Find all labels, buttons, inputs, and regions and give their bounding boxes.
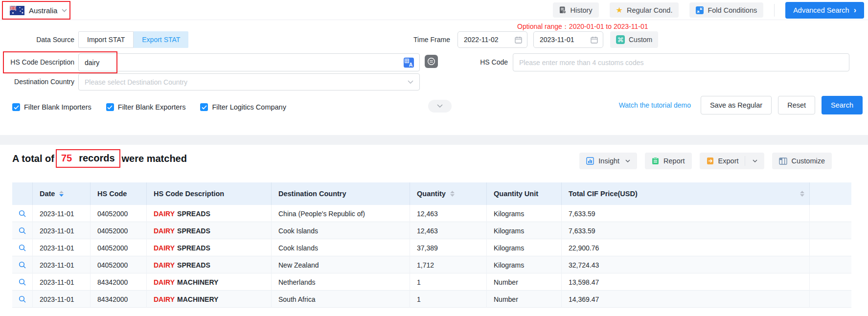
chevron-down-icon	[62, 9, 67, 12]
hs-code-description-input[interactable]	[79, 54, 419, 71]
cell-destination-country: Cook Islands	[272, 222, 410, 239]
optional-range-hint: Optional range：2020-01-01 to 2023-11-01	[517, 23, 648, 31]
row-detail-cell	[12, 256, 33, 273]
cell-quantity-unit: Number	[487, 273, 562, 291]
cell-actions	[810, 256, 851, 273]
cell-quantity-unit: Kilograms	[487, 222, 562, 239]
export-dropdown-chevron-icon[interactable]	[753, 159, 757, 163]
magnifier-icon[interactable]	[19, 295, 26, 303]
destination-country-select[interactable]: Please select Destination Country	[78, 73, 420, 90]
cell-destination-country: China (People's Republic of)	[272, 205, 410, 222]
magnifier-icon[interactable]	[19, 227, 26, 235]
cell-destination-country: South Africa	[272, 291, 410, 308]
row-detail-cell	[12, 273, 33, 291]
filter-blank-importers-checkbox[interactable]: Filter Blank Importers	[12, 103, 91, 111]
advanced-search-button[interactable]: Advanced Search ›	[785, 2, 864, 19]
cell-date: 2023-11-01	[33, 205, 91, 222]
end-date-input[interactable]: 2023-11-01	[533, 31, 603, 48]
regular-conditions-button[interactable]: ★ Regular Cond.	[610, 2, 679, 18]
history-button[interactable]: History	[553, 2, 598, 18]
checkbox-checked-icon	[106, 103, 114, 111]
table-row: 2023-11-01 04052000 DAIRY SPREADS New Ze…	[12, 256, 851, 273]
tutorial-demo-link[interactable]: Watch the tutorial demo	[619, 101, 691, 109]
cell-quantity: 12,463	[410, 222, 487, 239]
magnifier-icon[interactable]	[19, 210, 26, 218]
cell-description: DAIRY MACHINERY	[147, 273, 272, 291]
column-header-quantity-unit: Quantity Unit	[487, 182, 562, 205]
keyword-highlight: DAIRY	[154, 278, 175, 286]
data-source-option-export[interactable]: Export STAT	[134, 31, 188, 48]
cell-description: DAIRY SPREADS	[147, 205, 272, 222]
cell-date: 2023-11-01	[33, 291, 91, 308]
insight-button[interactable]: Insight	[579, 153, 637, 169]
cell-total-cif-price: 14,369.47	[562, 291, 810, 308]
cell-date: 2023-11-01	[33, 256, 91, 273]
cell-total-cif-price: 13,598.47	[562, 273, 810, 291]
filter-blank-exporters-checkbox[interactable]: Filter Blank Exporters	[106, 103, 186, 111]
custom-range-button[interactable]: ⌘ Custom	[610, 31, 658, 48]
column-header-date[interactable]: Date	[33, 182, 91, 205]
keyword-highlight: DAIRY	[154, 210, 175, 218]
customize-columns-icon	[779, 158, 787, 165]
hs-code-input[interactable]	[513, 54, 849, 71]
keyword-highlight: DAIRY	[154, 261, 175, 269]
data-source-segmented: Import STAT Export STAT	[78, 31, 188, 48]
cell-description: DAIRY SPREADS	[147, 222, 272, 239]
keyword-highlight: DAIRY	[154, 244, 175, 252]
magnifier-icon[interactable]	[19, 278, 26, 286]
cell-actions	[810, 291, 851, 308]
destination-country-label: Destination Country	[0, 73, 74, 90]
cell-actions	[810, 273, 851, 291]
magnifier-icon[interactable]	[19, 261, 26, 269]
cell-total-cif-price: 22,900.76	[562, 239, 810, 256]
results-table: Date HS Code HS Code Description Destina…	[12, 182, 851, 308]
cell-quantity-unit: Kilograms	[487, 256, 562, 273]
save-as-regular-button[interactable]: Save as Regular	[701, 96, 772, 114]
record-count: 75	[61, 153, 72, 164]
svg-text:A: A	[409, 61, 413, 67]
reset-button[interactable]: Reset	[778, 96, 815, 114]
data-source-option-import[interactable]: Import STAT	[78, 31, 134, 48]
cell-quantity: 1	[410, 291, 487, 308]
country-selector[interactable]: Australia	[2, 1, 70, 20]
column-header-total-cif[interactable]: Total CIF Price(USD)	[562, 182, 810, 205]
export-button[interactable]: Export	[700, 153, 764, 169]
cell-quantity: 1	[410, 273, 487, 291]
magnifier-icon[interactable]	[19, 244, 26, 252]
customize-button[interactable]: Customize	[772, 153, 832, 169]
search-actions: Watch the tutorial demo Save as Regular …	[619, 96, 863, 114]
cell-quantity-unit: Number	[487, 291, 562, 308]
table-row: 2023-11-01 04052000 DAIRY SPREADS Cook I…	[12, 222, 851, 239]
collapse-conditions-button[interactable]	[428, 100, 452, 113]
calendar-icon	[515, 36, 522, 44]
cell-hs-code: 04052000	[91, 239, 147, 256]
table-row: 2023-11-01 04052000 DAIRY SPREADS China …	[12, 205, 851, 222]
row-detail-cell	[12, 291, 33, 308]
cell-description: DAIRY SPREADS	[147, 256, 272, 273]
fold-conditions-button[interactable]: Fold Conditions	[689, 2, 763, 18]
sort-icon-quantity[interactable]	[450, 191, 455, 197]
sort-icon-total-cif[interactable]	[800, 191, 804, 197]
actions-column-header	[810, 182, 851, 205]
insight-chart-icon	[586, 157, 594, 165]
cell-quantity-unit: Kilograms	[487, 239, 562, 256]
search-button[interactable]: Search	[822, 96, 863, 114]
annotation-box-record-count: 75 records	[56, 149, 120, 168]
table-header-row: Date HS Code HS Code Description Destina…	[12, 182, 851, 205]
sort-icon-date[interactable]	[59, 191, 64, 197]
cell-total-cif-price: 7,633.59	[562, 222, 810, 239]
cell-description: DAIRY SPREADS	[147, 239, 272, 256]
report-button[interactable]: Report	[645, 153, 692, 169]
chevron-down-icon	[408, 80, 413, 84]
translate-icon[interactable]: A	[404, 57, 414, 68]
topbar-divider	[774, 4, 775, 17]
australia-flag-icon	[10, 6, 24, 15]
hs-code-label: HS Code	[434, 53, 508, 71]
column-header-quantity[interactable]: Quantity	[410, 182, 487, 205]
export-split-divider	[745, 156, 745, 166]
start-date-input[interactable]: 2022-11-02	[457, 31, 527, 48]
filter-logistics-company-checkbox[interactable]: Filter Logitics Company	[200, 103, 286, 111]
history-icon	[559, 6, 566, 14]
checkbox-checked-icon	[200, 103, 208, 111]
results-toolbar: Insight Report Export Customiz	[579, 153, 832, 169]
